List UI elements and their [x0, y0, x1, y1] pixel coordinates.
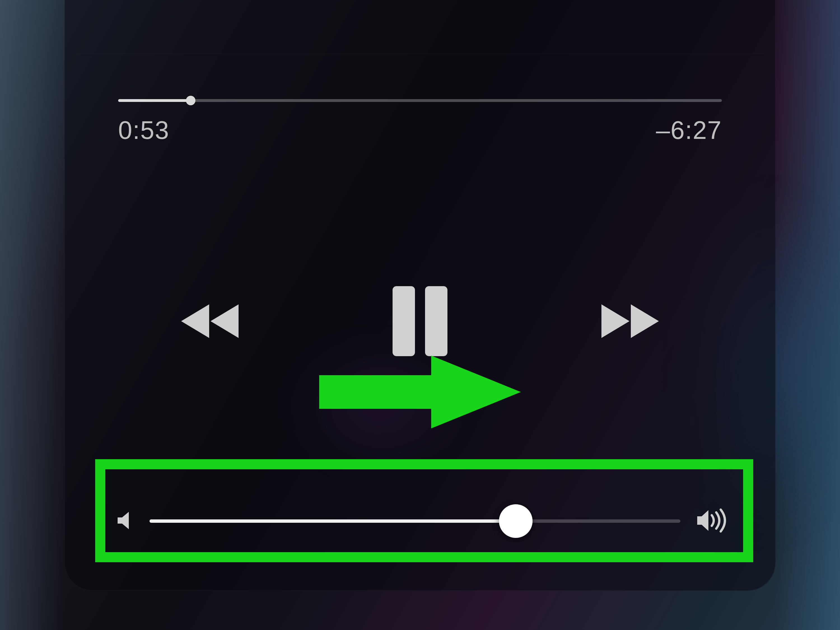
time-labels: 0:53 –6:27 [118, 116, 722, 145]
svg-marker-0 [181, 304, 209, 338]
screen-right-bezel [775, 0, 840, 630]
volume-low-icon [118, 511, 133, 531]
rewind-button[interactable] [177, 302, 242, 341]
track-title-row: — — [65, 0, 775, 3]
svg-marker-2 [602, 304, 630, 338]
scrubber-thumb[interactable] [186, 96, 196, 105]
playback-scrubber[interactable]: 0:53 –6:27 [118, 99, 722, 145]
time-elapsed: 0:53 [118, 116, 169, 145]
forward-button[interactable] [598, 302, 663, 341]
svg-marker-1 [210, 304, 238, 338]
time-remaining: –6:27 [656, 116, 722, 145]
screen-left-bezel [0, 0, 65, 630]
volume-control [118, 508, 728, 534]
svg-marker-4 [118, 512, 129, 529]
volume-high-icon [697, 508, 728, 534]
track-title: — [437, 0, 460, 3]
pause-icon [425, 286, 447, 356]
volume-slider[interactable] [150, 519, 681, 523]
volume-thumb[interactable] [499, 504, 532, 538]
svg-marker-5 [697, 510, 708, 531]
pause-icon [393, 286, 415, 356]
scrubber-fill [118, 99, 191, 102]
volume-fill [150, 519, 516, 523]
pause-button[interactable] [393, 286, 447, 356]
transport-controls [65, 286, 775, 356]
track-artist: — [380, 0, 403, 3]
scrubber-track[interactable] [118, 99, 722, 102]
svg-marker-3 [631, 304, 659, 338]
